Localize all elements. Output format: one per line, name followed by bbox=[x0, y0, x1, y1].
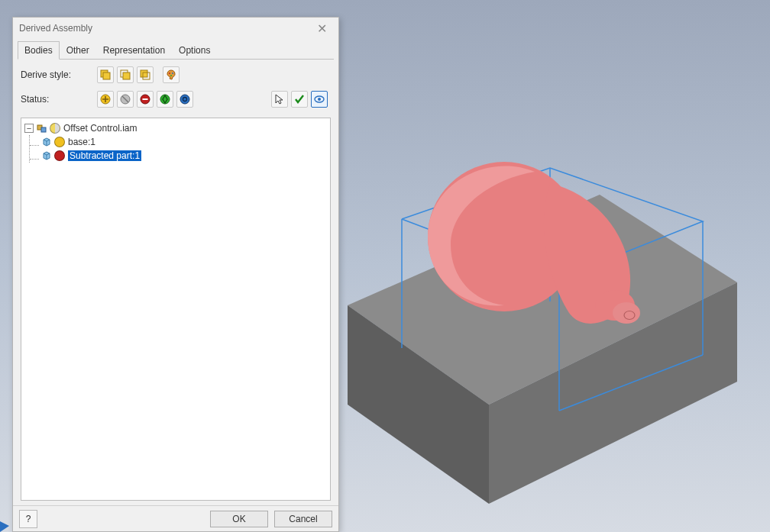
tree-node-label: base:1 bbox=[68, 137, 95, 147]
svg-marker-7 bbox=[0, 521, 9, 532]
part-cube-icon bbox=[40, 150, 53, 162]
svg-rect-20 bbox=[143, 98, 148, 100]
svg-point-16 bbox=[170, 75, 172, 76]
component-tree[interactable]: − Offset Control.iam base:1 bbox=[21, 118, 331, 501]
tab-representation[interactable]: Representation bbox=[96, 41, 172, 60]
status-exclude-icon[interactable] bbox=[137, 91, 154, 108]
tree-node-label: Subtracted part:1 bbox=[68, 150, 141, 161]
dialog-footer: ? OK Cancel bbox=[13, 505, 338, 531]
accept-check-icon[interactable] bbox=[291, 91, 308, 108]
cancel-button[interactable]: Cancel bbox=[274, 511, 332, 527]
status-boundingbox-icon[interactable] bbox=[157, 91, 173, 108]
status-ball-icon[interactable] bbox=[50, 123, 60, 134]
tab-bodies[interactable]: Bodies bbox=[18, 41, 60, 60]
help-button[interactable]: ? bbox=[19, 510, 37, 528]
tab-panel-bodies: Derive style: Status: bbox=[13, 60, 338, 118]
status-ball-icon[interactable] bbox=[54, 137, 65, 147]
svg-point-15 bbox=[172, 73, 173, 74]
svg-point-5 bbox=[613, 302, 640, 324]
svg-point-14 bbox=[169, 73, 170, 74]
derive-style-solid-icon[interactable] bbox=[97, 66, 114, 83]
status-label: Status: bbox=[21, 94, 97, 105]
assembly-icon bbox=[36, 122, 48, 134]
dialog-tabs: Bodies Other Representation Options bbox=[18, 40, 334, 60]
visibility-eye-icon[interactable] bbox=[311, 91, 328, 108]
svg-point-22 bbox=[180, 95, 189, 104]
tab-options[interactable]: Options bbox=[172, 41, 217, 60]
tree-child-node[interactable]: Subtracted part:1 bbox=[40, 149, 327, 163]
status-ignore-icon[interactable] bbox=[117, 91, 134, 108]
part-cube-icon bbox=[40, 136, 53, 148]
derive-style-surface-icon[interactable] bbox=[117, 66, 134, 83]
derive-style-composite-icon[interactable] bbox=[137, 66, 154, 83]
tree-child-node[interactable]: base:1 bbox=[40, 135, 327, 149]
svg-rect-12 bbox=[141, 70, 147, 77]
derived-assembly-dialog: Derived Assembly ✕ Bodies Other Represen… bbox=[12, 17, 339, 532]
ok-button[interactable]: OK bbox=[210, 511, 268, 527]
svg-rect-9 bbox=[103, 73, 110, 79]
help-icon: ? bbox=[26, 514, 31, 524]
derive-style-row: Derive style: bbox=[21, 66, 331, 84]
dialog-titlebar[interactable]: Derived Assembly ✕ bbox=[13, 18, 338, 39]
svg-point-25 bbox=[318, 98, 321, 101]
expander-minus-icon[interactable]: − bbox=[24, 124, 34, 133]
status-include-icon[interactable] bbox=[97, 91, 114, 108]
select-cursor-icon[interactable] bbox=[271, 91, 288, 108]
status-ball-icon[interactable] bbox=[54, 150, 65, 161]
dialog-title: Derived Assembly bbox=[19, 23, 311, 34]
tab-other[interactable]: Other bbox=[60, 41, 96, 60]
status-row: Status: bbox=[21, 90, 331, 108]
tree-root-node[interactable]: − Offset Control.iam bbox=[24, 121, 327, 135]
tree-node-label: Offset Control.iam bbox=[63, 123, 137, 134]
svg-rect-11 bbox=[123, 73, 130, 79]
close-icon[interactable]: ✕ bbox=[311, 21, 332, 36]
status-intersect-icon[interactable] bbox=[176, 91, 193, 108]
derive-style-appearance-icon[interactable] bbox=[163, 66, 180, 83]
svg-rect-27 bbox=[41, 127, 46, 132]
derive-style-label: Derive style: bbox=[21, 69, 97, 80]
